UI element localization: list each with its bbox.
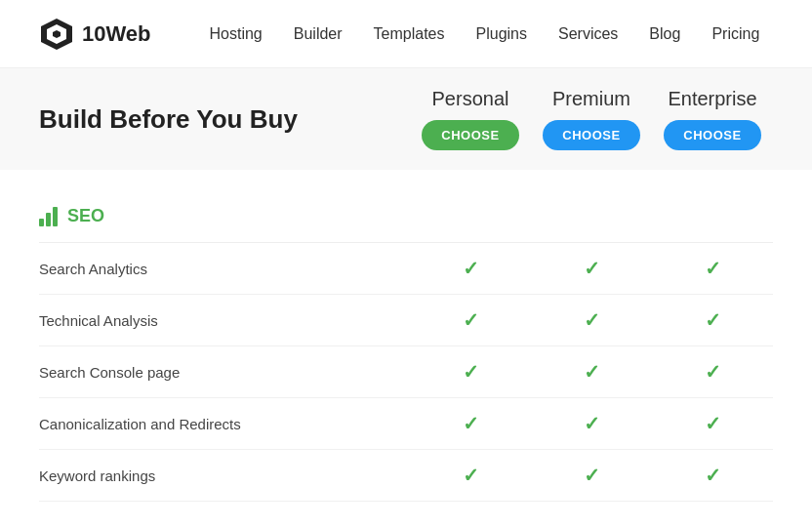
logo-link[interactable]: 10Web bbox=[39, 17, 151, 52]
bar-1 bbox=[39, 219, 44, 226]
check-cell-enterprise-1: ✓ bbox=[652, 308, 773, 332]
checkmark-enterprise-1: ✓ bbox=[705, 308, 721, 332]
seo-section-header: SEO bbox=[39, 189, 773, 243]
checkmark-enterprise-4: ✓ bbox=[705, 464, 721, 487]
checkmark-premium-0: ✓ bbox=[584, 257, 600, 280]
feature-name-search-analytics: Search Analytics bbox=[39, 261, 410, 277]
choose-button-premium[interactable]: CHOOSE bbox=[543, 120, 639, 150]
feature-name-search-console: Search Console page bbox=[39, 364, 410, 381]
seo-bar-chart-icon bbox=[39, 205, 58, 226]
checkmark-personal-1: ✓ bbox=[463, 308, 479, 332]
nav-item-services[interactable]: Services bbox=[558, 25, 618, 43]
plan-columns: Personal CHOOSE Premium CHOOSE Enterpris… bbox=[410, 88, 773, 150]
nav-item-blog[interactable]: Blog bbox=[649, 25, 680, 43]
check-cell-personal-2: ✓ bbox=[410, 360, 531, 384]
checkmark-premium-4: ✓ bbox=[584, 464, 600, 487]
page-title: Build Before You Buy bbox=[39, 104, 410, 135]
checkmark-enterprise-2: ✓ bbox=[705, 360, 721, 384]
check-cell-enterprise-4: ✓ bbox=[652, 464, 773, 487]
checkmark-personal-4: ✓ bbox=[463, 464, 479, 487]
feature-checks-keyword-rankings: ✓ ✓ ✓ bbox=[410, 464, 773, 487]
check-cell-enterprise-0: ✓ bbox=[652, 257, 773, 280]
checkmark-premium-1: ✓ bbox=[584, 308, 600, 332]
checkmark-premium-3: ✓ bbox=[584, 412, 600, 435]
nav-link-plugins[interactable]: Plugins bbox=[476, 25, 527, 42]
feature-name-canonicalization: Canonicalization and Redirects bbox=[39, 416, 410, 432]
nav-item-plugins[interactable]: Plugins bbox=[476, 25, 527, 43]
plan-col-enterprise: Enterprise CHOOSE bbox=[652, 88, 773, 150]
bar-2 bbox=[46, 213, 51, 226]
feature-name-keyword-rankings: Keyword rankings bbox=[39, 467, 410, 484]
plan-col-premium: Premium CHOOSE bbox=[531, 88, 652, 150]
pricing-header: Build Before You Buy Personal CHOOSE Pre… bbox=[0, 68, 812, 170]
nav-link-pricing[interactable]: Pricing bbox=[711, 25, 759, 42]
navbar: 10Web Hosting Builder Templates Plugins … bbox=[0, 0, 812, 68]
nav-link-hosting[interactable]: Hosting bbox=[210, 25, 263, 42]
header-title-col: Build Before You Buy bbox=[39, 104, 410, 135]
nav-link-services[interactable]: Services bbox=[558, 25, 618, 42]
feature-checks-technical-analysis: ✓ ✓ ✓ bbox=[410, 308, 773, 332]
feature-row-technical-analysis: Technical Analysis ✓ ✓ ✓ bbox=[39, 295, 773, 346]
logo-text: 10Web bbox=[82, 21, 151, 47]
nav-link-blog[interactable]: Blog bbox=[649, 25, 680, 42]
feature-row-keyword-rankings: Keyword rankings ✓ ✓ ✓ bbox=[39, 450, 773, 502]
feature-checks-search-analytics: ✓ ✓ ✓ bbox=[410, 257, 773, 280]
feature-checks-search-console: ✓ ✓ ✓ bbox=[410, 360, 773, 384]
choose-button-enterprise[interactable]: CHOOSE bbox=[664, 120, 760, 150]
logo-icon bbox=[39, 17, 74, 52]
check-cell-premium-3: ✓ bbox=[531, 412, 652, 435]
check-cell-personal-0: ✓ bbox=[410, 257, 531, 280]
plan-name-enterprise: Enterprise bbox=[668, 88, 756, 110]
checkmark-enterprise-3: ✓ bbox=[705, 412, 721, 435]
check-cell-enterprise-2: ✓ bbox=[652, 360, 773, 384]
check-cell-personal-1: ✓ bbox=[410, 308, 531, 332]
checkmark-premium-2: ✓ bbox=[584, 360, 600, 384]
seo-section-title: SEO bbox=[67, 206, 104, 226]
choose-button-personal[interactable]: CHOOSE bbox=[422, 120, 518, 150]
checkmark-personal-2: ✓ bbox=[463, 360, 479, 384]
nav-item-pricing[interactable]: Pricing bbox=[711, 25, 759, 43]
feature-row-search-console: Search Console page ✓ ✓ ✓ bbox=[39, 346, 773, 398]
feature-checks-canonicalization: ✓ ✓ ✓ bbox=[410, 412, 773, 435]
checkmark-enterprise-0: ✓ bbox=[705, 257, 721, 280]
nav-item-builder[interactable]: Builder bbox=[294, 25, 343, 43]
check-cell-enterprise-3: ✓ bbox=[652, 412, 773, 435]
check-cell-personal-4: ✓ bbox=[410, 464, 531, 487]
feature-name-technical-analysis: Technical Analysis bbox=[39, 312, 410, 329]
nav-item-hosting[interactable]: Hosting bbox=[210, 25, 263, 43]
check-cell-premium-1: ✓ bbox=[531, 308, 652, 332]
plan-name-premium: Premium bbox=[552, 88, 630, 110]
check-cell-premium-4: ✓ bbox=[531, 464, 652, 487]
bar-3 bbox=[53, 207, 58, 226]
nav-item-templates[interactable]: Templates bbox=[374, 25, 445, 43]
nav-links: Hosting Builder Templates Plugins Servic… bbox=[210, 25, 760, 43]
check-cell-premium-0: ✓ bbox=[531, 257, 652, 280]
plan-name-personal: Personal bbox=[432, 88, 509, 110]
plan-col-personal: Personal CHOOSE bbox=[410, 88, 531, 150]
checkmark-personal-0: ✓ bbox=[463, 257, 479, 280]
feature-row-canonicalization: Canonicalization and Redirects ✓ ✓ ✓ bbox=[39, 398, 773, 450]
nav-link-builder[interactable]: Builder bbox=[294, 25, 343, 42]
check-cell-premium-2: ✓ bbox=[531, 360, 652, 384]
nav-link-templates[interactable]: Templates bbox=[374, 25, 445, 42]
feature-row-search-analytics: Search Analytics ✓ ✓ ✓ bbox=[39, 243, 773, 295]
content-section: SEO Search Analytics ✓ ✓ ✓ Technical Ana… bbox=[0, 170, 812, 521]
check-cell-personal-3: ✓ bbox=[410, 412, 531, 435]
checkmark-personal-3: ✓ bbox=[463, 412, 479, 435]
